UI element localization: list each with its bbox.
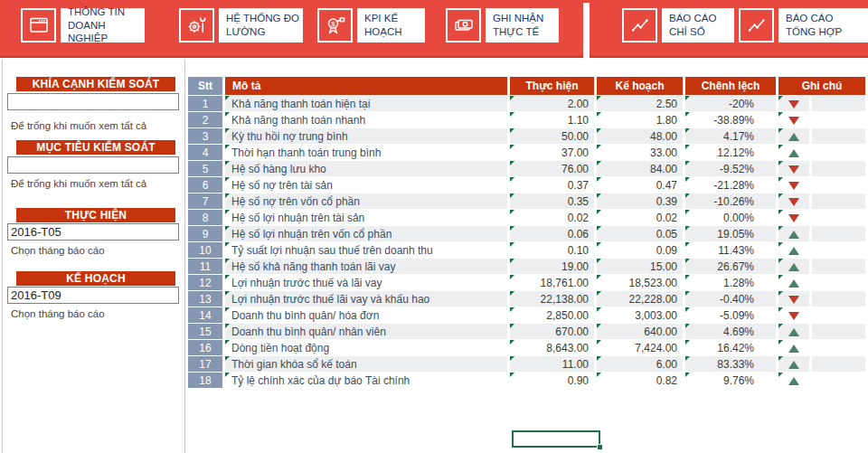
description-cell[interactable]: Hệ số nợ trên tài sản bbox=[225, 177, 507, 193]
note-cell[interactable] bbox=[812, 242, 865, 258]
plan-value-cell[interactable]: 22,228.00 bbox=[597, 291, 683, 307]
diff-percent-cell[interactable]: -38.89% bbox=[685, 112, 776, 127]
plan-value-cell[interactable]: 0.09 bbox=[597, 242, 683, 258]
plan-value-cell[interactable]: 0.02 bbox=[597, 210, 683, 225]
trend-cell[interactable] bbox=[778, 291, 809, 307]
trend-cell[interactable] bbox=[778, 112, 809, 127]
plan-value-cell[interactable]: 0.39 bbox=[597, 193, 683, 209]
row-number-cell[interactable]: 6 bbox=[188, 177, 222, 193]
row-number-cell[interactable]: 1 bbox=[188, 96, 222, 111]
diff-percent-cell[interactable]: 19.05% bbox=[685, 226, 776, 241]
note-cell[interactable] bbox=[812, 128, 865, 144]
plan-value-cell[interactable]: 48.00 bbox=[597, 128, 683, 144]
row-number-cell[interactable]: 5 bbox=[188, 161, 222, 176]
row-number-cell[interactable]: 12 bbox=[188, 275, 222, 290]
plan-value-cell[interactable]: 0.82 bbox=[597, 373, 683, 388]
description-cell[interactable]: Doanh thu bình quân/ nhân viên bbox=[225, 324, 507, 339]
company-info-button[interactable]: THÔNG TIN DOANH NGHIỆP bbox=[21, 8, 145, 42]
actual-value-cell[interactable]: 37.00 bbox=[510, 145, 594, 160]
actual-value-cell[interactable]: 50.00 bbox=[510, 128, 594, 144]
actual-value-cell[interactable]: 2.00 bbox=[510, 96, 594, 111]
note-cell[interactable] bbox=[812, 324, 865, 339]
actual-value-cell[interactable]: 1.10 bbox=[510, 112, 594, 127]
description-cell[interactable]: Tỷ suất lợi nhuận sau thuế trên doanh th… bbox=[225, 242, 507, 258]
selection-fill-handle[interactable] bbox=[597, 444, 603, 450]
actual-month-input[interactable] bbox=[7, 223, 179, 241]
note-cell[interactable] bbox=[812, 112, 865, 127]
actual-entry-button[interactable]: GHI NHẬN THỰC TẾ bbox=[446, 8, 559, 42]
description-cell[interactable]: Thời hạn thanh toán trung bình bbox=[225, 145, 507, 160]
plan-value-cell[interactable]: 7,424.00 bbox=[597, 340, 683, 355]
actual-value-cell[interactable]: 0.10 bbox=[510, 242, 594, 258]
measurement-system-button[interactable]: HỆ THỐNG ĐO LƯỜNG bbox=[179, 8, 303, 42]
note-cell[interactable] bbox=[812, 96, 865, 111]
note-cell[interactable] bbox=[812, 210, 865, 225]
plan-value-cell[interactable]: 6.00 bbox=[597, 356, 683, 372]
description-cell[interactable]: Hệ số nợ trên vốn cổ phần bbox=[225, 193, 507, 209]
row-number-cell[interactable]: 13 bbox=[188, 291, 222, 307]
header-difference[interactable]: Chênh lệch bbox=[685, 77, 776, 95]
diff-percent-cell[interactable]: 11.43% bbox=[685, 242, 776, 258]
note-cell[interactable] bbox=[812, 259, 865, 274]
trend-cell[interactable] bbox=[778, 356, 809, 372]
plan-value-cell[interactable]: 640.00 bbox=[597, 324, 683, 339]
diff-percent-cell[interactable]: 83.33% bbox=[685, 356, 776, 372]
description-cell[interactable]: Khả năng thanh toán nhanh bbox=[225, 112, 507, 127]
trend-cell[interactable] bbox=[778, 259, 809, 274]
diff-percent-cell[interactable]: -10.26% bbox=[685, 193, 776, 209]
trend-cell[interactable] bbox=[778, 242, 809, 258]
trend-cell[interactable] bbox=[778, 177, 809, 193]
row-number-cell[interactable]: 11 bbox=[188, 259, 222, 274]
diff-percent-cell[interactable]: -21.28% bbox=[685, 177, 776, 193]
note-cell[interactable] bbox=[812, 145, 865, 160]
header-actual[interactable]: Thực hiện bbox=[510, 77, 594, 95]
description-cell[interactable]: Dòng tiền hoạt động bbox=[225, 340, 507, 355]
trend-cell[interactable] bbox=[778, 373, 809, 388]
trend-cell[interactable] bbox=[778, 145, 809, 160]
trend-cell[interactable] bbox=[778, 324, 809, 339]
plan-value-cell[interactable]: 33.00 bbox=[597, 145, 683, 160]
diff-percent-cell[interactable]: 16.42% bbox=[685, 340, 776, 355]
description-cell[interactable]: Hệ số hàng lưu kho bbox=[225, 161, 507, 176]
control-aspect-input[interactable] bbox=[7, 93, 179, 110]
row-number-cell[interactable]: 3 bbox=[188, 128, 222, 144]
plan-value-cell[interactable]: 84.00 bbox=[597, 161, 683, 176]
description-cell[interactable]: Tỷ lệ chính xác của dự báo Tài chính bbox=[225, 373, 507, 388]
note-cell[interactable] bbox=[812, 291, 865, 307]
header-description[interactable]: Mô tả bbox=[225, 77, 507, 95]
row-number-cell[interactable]: 10 bbox=[188, 242, 222, 258]
row-number-cell[interactable]: 15 bbox=[188, 324, 222, 339]
row-number-cell[interactable]: 9 bbox=[188, 226, 222, 241]
diff-percent-cell[interactable]: 26.67% bbox=[685, 259, 776, 274]
actual-value-cell[interactable]: 8,643.00 bbox=[510, 340, 594, 355]
diff-percent-cell[interactable]: -20% bbox=[685, 96, 776, 111]
actual-value-cell[interactable]: 19.00 bbox=[510, 259, 594, 274]
header-plan[interactable]: Kế hoạch bbox=[597, 77, 683, 95]
trend-cell[interactable] bbox=[778, 275, 809, 290]
plan-month-input[interactable] bbox=[7, 287, 179, 304]
trend-cell[interactable] bbox=[778, 226, 809, 241]
diff-percent-cell[interactable]: 12.12% bbox=[685, 145, 776, 160]
kpi-plan-button[interactable]: $ KPI KẾ HOẠCH bbox=[317, 8, 425, 42]
note-cell[interactable] bbox=[812, 193, 865, 209]
actual-value-cell[interactable]: 76.00 bbox=[510, 161, 594, 176]
row-number-cell[interactable]: 17 bbox=[188, 356, 222, 372]
trend-cell[interactable] bbox=[778, 96, 809, 111]
diff-percent-cell[interactable]: -0.40% bbox=[685, 291, 776, 307]
trend-cell[interactable] bbox=[778, 128, 809, 144]
diff-percent-cell[interactable]: 9.76% bbox=[685, 373, 776, 388]
description-cell[interactable]: Lợi nhuận trước thuế và lãi vay bbox=[225, 275, 507, 290]
header-note[interactable]: Ghi chú bbox=[778, 77, 865, 95]
row-number-cell[interactable]: 18 bbox=[188, 373, 222, 388]
actual-value-cell[interactable]: 0.35 bbox=[510, 193, 594, 209]
actual-value-cell[interactable]: 670.00 bbox=[510, 324, 594, 339]
row-number-cell[interactable]: 8 bbox=[188, 210, 222, 225]
trend-cell[interactable] bbox=[778, 340, 809, 355]
actual-value-cell[interactable]: 0.02 bbox=[510, 210, 594, 225]
note-cell[interactable] bbox=[812, 275, 865, 290]
description-cell[interactable]: Lợi nhuận trước thuế lãi vay và khấu hao bbox=[225, 291, 507, 307]
diff-percent-cell[interactable]: -5.09% bbox=[685, 307, 776, 323]
note-cell[interactable] bbox=[812, 373, 865, 388]
actual-value-cell[interactable]: 22,138.00 bbox=[510, 291, 594, 307]
trend-cell[interactable] bbox=[778, 307, 809, 323]
